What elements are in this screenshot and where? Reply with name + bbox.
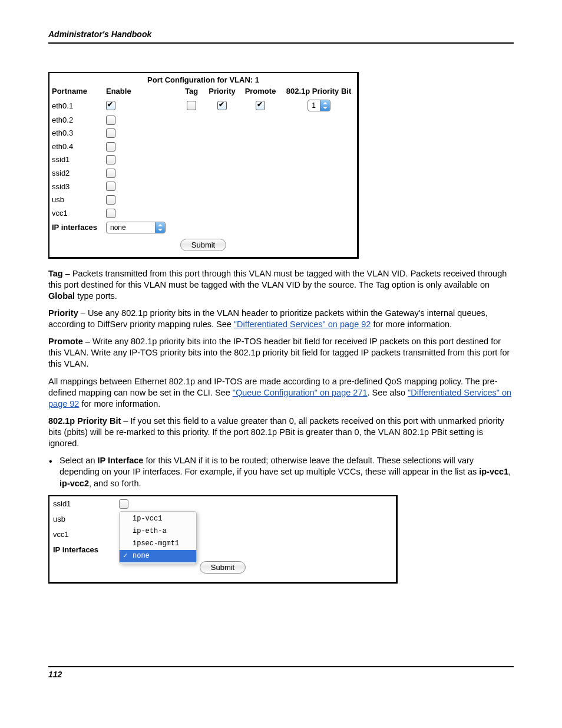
para-mapping: All mappings between Ethernet 802.1p and… <box>48 376 514 410</box>
col-tag: Tag <box>179 85 204 98</box>
ip-interface-panel: ssid1 usb vcc1 IP interfaces ip-vcc1 ip-… <box>48 495 398 584</box>
para-tag: Tag – Packets transmitted from this port… <box>48 268 514 302</box>
port-name: ssid3 <box>49 180 104 193</box>
table-header: Portname Enable Tag Priority Promote 802… <box>49 85 357 98</box>
port-config-table: Portname Enable Tag Priority Promote 802… <box>49 85 357 235</box>
port-name: eth0.3 <box>49 127 104 140</box>
tag-checkbox[interactable] <box>187 101 196 110</box>
port-config-panel: Port Configuration for VLAN: 1 Portname … <box>48 72 359 259</box>
term-tag: Tag <box>48 269 63 278</box>
submit-button[interactable]: Submit <box>200 561 246 574</box>
enable-checkbox[interactable] <box>106 182 115 191</box>
table-row: vcc1 <box>49 206 357 220</box>
link-diffserv[interactable]: "Differentiated Services" on page 92 <box>234 319 371 329</box>
table-row: ssid1 <box>49 153 357 167</box>
stepper-icon <box>155 222 165 233</box>
port-name: vcc1 <box>53 530 119 539</box>
enable-checkbox[interactable] <box>106 169 115 178</box>
enable-checkbox[interactable] <box>106 142 115 151</box>
dropdown-menu: ip-vcc1 ip-eth-a ipsec-mgmt1 none <box>119 511 197 564</box>
promote-checkbox[interactable] <box>256 101 265 110</box>
port-name: usb <box>49 193 104 206</box>
col-portname: Portname <box>49 85 104 98</box>
port-name: ssid2 <box>49 166 104 180</box>
table-row: eth0.3 <box>49 127 357 140</box>
enable-checkbox[interactable] <box>119 499 128 509</box>
term-promote: Promote <box>48 337 83 346</box>
priority-bit-value: 1 <box>308 100 320 111</box>
priority-checkbox[interactable] <box>217 101 227 110</box>
port-name: ssid1 <box>53 499 119 508</box>
ip-interfaces-row: IP interfaces ip-vcc1 ip-eth-a ipsec-mgm… <box>49 542 396 558</box>
table-row: eth0.2 <box>49 113 357 127</box>
port-name: vcc1 <box>49 206 104 220</box>
priority-bit-select[interactable]: 1 <box>308 100 330 111</box>
port-name: ssid1 <box>49 153 104 167</box>
table-row: usb <box>49 193 357 206</box>
dropdown-option[interactable]: ip-vcc1 <box>120 513 196 525</box>
col-promote: Promote <box>240 85 280 98</box>
bullet-ip-interface: Select an IP Interface for this VLAN if … <box>49 455 514 489</box>
para-priority: Priority – Use any 802.1p priority bits … <box>48 308 514 330</box>
enable-checkbox[interactable] <box>106 116 115 125</box>
submit-button[interactable]: Submit <box>180 239 226 251</box>
ip-interfaces-select[interactable]: none <box>106 222 166 233</box>
ip-interfaces-row: IP interfaces none <box>49 220 357 235</box>
table-row: eth0.4 <box>49 140 357 153</box>
link-queue-config[interactable]: "Queue Configuration" on page 271 <box>233 388 368 397</box>
dropdown-option-selected[interactable]: none <box>120 550 196 562</box>
para-pbit: 802.1p Priority Bit – If you set this fi… <box>48 416 514 449</box>
ip-interfaces-label: IP interfaces <box>53 545 119 554</box>
table-row: ssid3 <box>49 180 357 193</box>
enable-checkbox[interactable] <box>106 101 115 110</box>
page-number: 112 <box>48 666 514 679</box>
list-item: vcc1 <box>49 527 396 542</box>
port-name: eth0.2 <box>49 113 104 127</box>
port-name: eth0.4 <box>49 140 104 153</box>
running-header: Administrator's Handbook <box>48 29 514 44</box>
enable-checkbox[interactable] <box>106 195 115 205</box>
port-name: eth0.1 <box>49 98 104 113</box>
stepper-icon <box>320 100 330 111</box>
port-name: usb <box>53 515 119 523</box>
para-promote: Promote – Write any 802.1p priority bits… <box>48 336 514 370</box>
list-item: usb <box>49 512 396 527</box>
term-priority: Priority <box>48 308 78 318</box>
col-enable: Enable <box>104 85 179 98</box>
ip-interfaces-label: IP interfaces <box>49 220 104 235</box>
table-row: eth0.1 1 <box>49 98 357 113</box>
table-row: ssid2 <box>49 166 357 180</box>
term-pbit: 802.1p Priority Bit <box>48 416 121 426</box>
dropdown-option[interactable]: ipsec-mgmt1 <box>120 538 196 550</box>
dropdown-option[interactable]: ip-eth-a <box>120 525 196 538</box>
panel-title: Port Configuration for VLAN: 1 <box>49 73 357 85</box>
list-item: ssid1 <box>49 496 396 512</box>
col-priority: Priority <box>204 85 240 98</box>
col-pbit: 802.1p Priority Bit <box>280 85 357 98</box>
enable-checkbox[interactable] <box>106 209 115 218</box>
enable-checkbox[interactable] <box>106 155 115 164</box>
enable-checkbox[interactable] <box>106 129 115 138</box>
ip-interfaces-value: none <box>107 222 155 233</box>
